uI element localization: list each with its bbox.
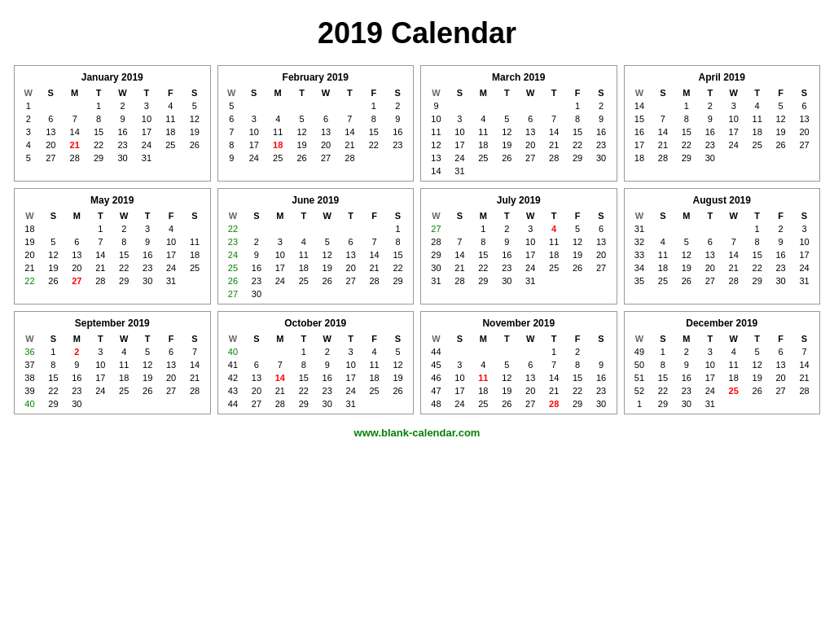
calendar-day: 12	[495, 371, 519, 384]
day-header: M	[268, 332, 292, 345]
calendar-day: 17	[134, 125, 158, 138]
calendar-day: 16	[698, 125, 722, 138]
calendar-day: 5	[136, 345, 160, 358]
calendar-day: 26	[136, 384, 160, 397]
day-header: F	[769, 86, 792, 99]
month-title-7: July 2019	[424, 192, 613, 209]
calendar-day: 10	[339, 358, 362, 371]
calendar-day: 8	[472, 235, 495, 248]
calendar-day: 8	[651, 358, 674, 371]
calendar-day: 21	[448, 261, 472, 274]
calendar-day: 7	[362, 235, 386, 248]
day-header: S	[590, 86, 613, 99]
calendar-day	[242, 99, 266, 112]
calendar-day: 1	[566, 99, 590, 112]
calendar-day	[542, 99, 566, 112]
calendar-day: 6	[39, 112, 63, 125]
calendar-day: 7	[792, 345, 816, 358]
calendar-day: 20	[519, 384, 542, 397]
calendar-day	[315, 222, 339, 235]
calendar-day: 3	[242, 112, 266, 125]
calendar-day: 12	[495, 125, 519, 138]
calendar-day: 27	[698, 274, 722, 287]
calendar-day: 15	[566, 371, 590, 384]
calendar-day: 15	[292, 371, 315, 384]
day-header: W	[722, 86, 745, 99]
calendar-day	[268, 287, 292, 300]
day-header: T	[698, 86, 722, 99]
calendar-day	[339, 222, 362, 235]
calendar-day: 24	[698, 384, 722, 397]
calendar-day: 13	[519, 371, 542, 384]
calendar-day: 9	[590, 358, 613, 371]
calendar-day: 15	[42, 371, 65, 384]
calendar-day: 12	[315, 248, 339, 261]
calendar-day: 7	[183, 345, 207, 358]
calendar-day: 9	[769, 235, 792, 248]
week-number: 29	[424, 248, 448, 261]
calendar-day	[698, 222, 722, 235]
calendar-day: 2	[769, 222, 792, 235]
calendar-day: 18	[542, 248, 566, 261]
calendar-day: 16	[495, 248, 519, 261]
calendar-day: 21	[362, 261, 386, 274]
calendar-day	[472, 99, 495, 112]
week-number: 33	[628, 248, 652, 261]
calendar-day: 3	[136, 222, 160, 235]
calendar-day: 26	[566, 261, 590, 274]
month-block-7: July 2019WSMTWTFS27123456287891011121329…	[420, 188, 617, 304]
calendar-day: 28	[651, 151, 674, 164]
calendar-day: 30	[769, 274, 792, 287]
calendar-day: 26	[674, 274, 698, 287]
month-title-3: March 2019	[424, 69, 613, 86]
calendar-day: 2	[590, 99, 613, 112]
month-block-10: October 2019WSMTWTFS40123454167891011124…	[217, 311, 415, 414]
calendar-day: 11	[292, 248, 315, 261]
calendar-day: 4	[472, 112, 495, 125]
website-link[interactable]: www.blank-calendar.com	[354, 427, 481, 439]
calendar-day: 2	[112, 222, 136, 235]
calendar-day	[722, 397, 745, 410]
calendar-day: 26	[182, 138, 206, 151]
calendar-day: 5	[386, 345, 410, 358]
calendar-day: 31	[134, 151, 158, 164]
calendar-day: 23	[590, 384, 613, 397]
day-header: T	[542, 209, 566, 222]
calendar-day: 24	[268, 274, 292, 287]
calendar-day: 23	[674, 384, 698, 397]
calendar-day: 8	[674, 112, 698, 125]
calendar-day: 10	[448, 371, 472, 384]
day-header: S	[42, 209, 65, 222]
day-header: S	[448, 332, 472, 345]
day-header: M	[65, 209, 89, 222]
day-header: T	[136, 332, 160, 345]
week-number: 14	[628, 99, 652, 112]
calendar-day: 1	[542, 345, 566, 358]
day-header: S	[244, 209, 268, 222]
day-header: W	[424, 332, 448, 345]
calendar-day: 25	[292, 274, 315, 287]
calendar-day: 19	[495, 138, 519, 151]
calendar-day: 30	[590, 397, 613, 410]
calendar-day: 23	[590, 138, 613, 151]
day-header: W	[424, 86, 448, 99]
calendar-day: 5	[290, 112, 314, 125]
calendar-day: 14	[792, 358, 816, 371]
calendar-day: 22	[566, 138, 590, 151]
calendar-day: 13	[698, 248, 722, 261]
calendar-day	[63, 99, 86, 112]
calendar-day: 24	[89, 384, 112, 397]
calendar-day: 15	[566, 125, 590, 138]
calendar-day: 8	[292, 358, 315, 371]
calendar-day: 31	[339, 397, 362, 410]
calendar-day: 22	[472, 261, 495, 274]
day-header: T	[134, 86, 158, 99]
week-number: 21	[18, 261, 42, 274]
calendar-day	[769, 397, 792, 410]
calendar-day: 16	[244, 261, 268, 274]
calendar-day: 1	[386, 222, 410, 235]
calendar-day: 10	[268, 248, 292, 261]
month-block-5: May 2019WSMTWTFS181234195678910112012131…	[14, 188, 211, 304]
week-number: 36	[18, 345, 42, 358]
calendar-day	[136, 397, 160, 410]
